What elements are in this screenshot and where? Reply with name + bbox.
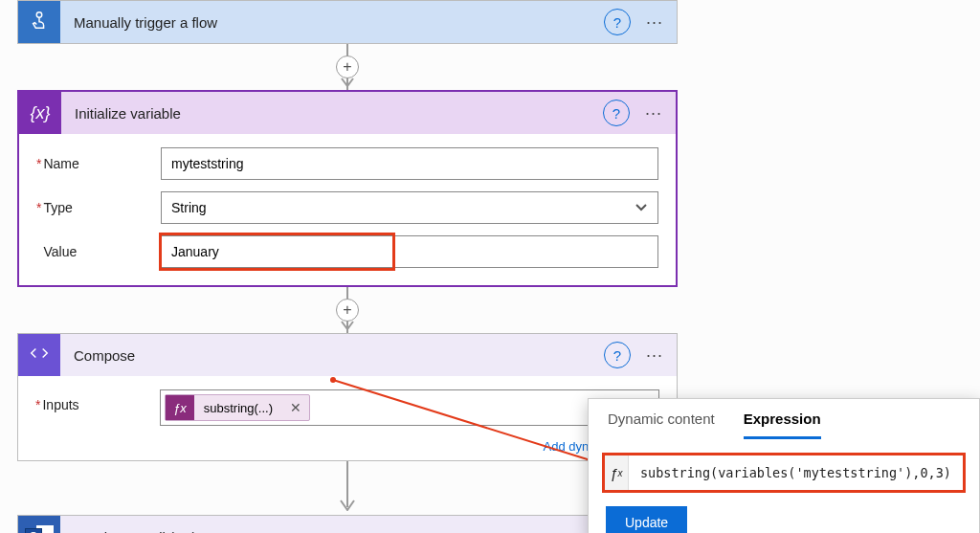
init-title: Initialize variable xyxy=(61,105,603,122)
value-input[interactable]: January xyxy=(161,235,658,268)
token-remove-icon[interactable]: ✕ xyxy=(282,400,309,415)
more-icon[interactable]: ··· xyxy=(640,12,669,33)
value-highlight: January xyxy=(159,233,395,271)
add-step-button[interactable]: + xyxy=(336,56,359,78)
tab-dynamic-content[interactable]: Dynamic content xyxy=(608,411,715,439)
chevron-down-icon xyxy=(635,200,648,216)
expression-popover: Dynamic content Expression ƒx substring(… xyxy=(588,398,980,533)
send-email-card[interactable]: O Send an email (V2) ? ··· xyxy=(17,515,678,533)
svg-point-0 xyxy=(36,12,42,18)
connector-1: + xyxy=(17,44,678,90)
expression-token[interactable]: ƒx substring(...) ✕ xyxy=(165,394,310,421)
fx-icon: ƒx xyxy=(166,395,194,420)
fx-icon: ƒx xyxy=(605,455,629,490)
more-icon[interactable]: ··· xyxy=(639,103,668,123)
tab-expression[interactable]: Expression xyxy=(744,411,821,439)
inputs-field[interactable]: ƒx substring(...) ✕ xyxy=(160,389,659,426)
more-icon[interactable]: ··· xyxy=(640,345,669,366)
value-label: *Value xyxy=(36,244,161,259)
name-input[interactable]: myteststring xyxy=(161,147,658,180)
type-select[interactable]: String xyxy=(161,191,658,224)
compose-title: Compose xyxy=(60,347,604,364)
update-button[interactable]: Update xyxy=(606,506,687,533)
name-label: *Name xyxy=(36,156,161,171)
help-icon[interactable]: ? xyxy=(604,342,631,368)
variable-icon: {x} xyxy=(19,92,61,134)
help-icon[interactable]: ? xyxy=(603,100,630,126)
trigger-card[interactable]: Manually trigger a flow ? ··· xyxy=(17,0,678,44)
compose-card[interactable]: Compose ? ··· *Inputs ƒx substring(...) … xyxy=(17,333,678,461)
expression-input[interactable]: substring(variables('myteststring'),0,3) xyxy=(629,465,963,480)
trigger-title: Manually trigger a flow xyxy=(60,14,604,31)
token-label: substring(...) xyxy=(194,401,282,415)
help-icon[interactable]: ? xyxy=(604,9,631,35)
add-step-button[interactable]: + xyxy=(336,299,359,322)
compose-icon xyxy=(18,334,60,376)
email-title: Send an email (V2) xyxy=(60,529,604,534)
expression-input-highlight: ƒx substring(variables('myteststring'),0… xyxy=(602,453,966,493)
outlook-icon: O xyxy=(18,516,60,533)
connector-2: + xyxy=(17,287,678,333)
type-value: String xyxy=(171,200,207,215)
type-label: *Type xyxy=(36,200,161,215)
touch-icon xyxy=(18,1,60,43)
inputs-label: *Inputs xyxy=(35,389,160,412)
connector-3 xyxy=(17,461,678,515)
initialize-variable-card[interactable]: {x} Initialize variable ? ··· *Name myte… xyxy=(17,90,678,287)
